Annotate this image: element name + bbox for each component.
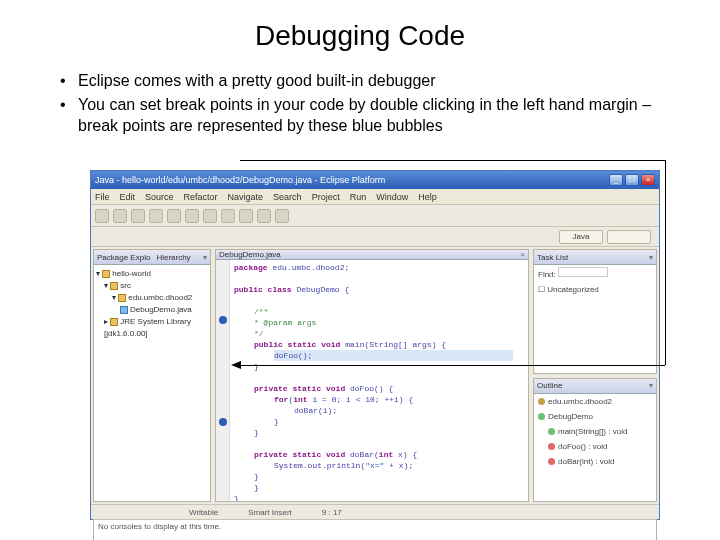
perspective-java[interactable]: Java — [559, 230, 603, 244]
tab-task-list[interactable]: Task List — [537, 253, 568, 262]
menu-run[interactable]: Run — [350, 192, 367, 202]
save-icon[interactable] — [113, 209, 127, 223]
console-body: No consoles to display at this time. — [94, 520, 656, 533]
menu-search[interactable]: Search — [273, 192, 302, 202]
close-button[interactable]: × — [641, 174, 655, 186]
bullet-list: Eclipse comes with a pretty good built-i… — [60, 70, 680, 137]
menu-edit[interactable]: Edit — [120, 192, 136, 202]
src-folder-icon — [110, 282, 118, 290]
breakpoint-icon[interactable] — [219, 418, 227, 426]
package-icon — [118, 294, 126, 302]
project-icon — [102, 270, 110, 278]
minimize-button[interactable]: _ — [609, 174, 623, 186]
open-type-icon[interactable] — [221, 209, 235, 223]
tab-package-explorer[interactable]: Package Explo — [97, 253, 150, 262]
maximize-button[interactable]: □ — [625, 174, 639, 186]
code-editor[interactable]: package package edu.umbc.dhood2;edu.umbc… — [216, 260, 528, 502]
method-icon — [548, 443, 555, 450]
toolbar — [91, 205, 659, 227]
new-class-icon[interactable] — [185, 209, 199, 223]
class-icon — [538, 413, 545, 420]
editor-gutter[interactable] — [216, 260, 230, 502]
slide-title: Debugging Code — [40, 20, 680, 52]
window-title: Java - hello-world/edu/umbc/dhood2/Debug… — [95, 175, 385, 185]
menu-help[interactable]: Help — [418, 192, 437, 202]
callout-arrow — [665, 160, 666, 365]
project-tree[interactable]: ▾ hello-world ▾ src ▾ edu.umbc.dhood2 De… — [94, 265, 210, 343]
back-icon[interactable] — [257, 209, 271, 223]
eclipse-screenshot: Java - hello-world/edu/umbc/dhood2/Debug… — [90, 170, 660, 520]
jre-icon — [110, 318, 118, 326]
pane-menu-icon[interactable]: ▾ — [649, 381, 653, 390]
method-icon — [548, 458, 555, 465]
debug-icon[interactable] — [149, 209, 163, 223]
forward-icon[interactable] — [275, 209, 289, 223]
menu-source[interactable]: Source — [145, 192, 174, 202]
new-icon[interactable] — [95, 209, 109, 223]
editor-close-icon[interactable]: × — [520, 250, 525, 259]
run-icon[interactable] — [167, 209, 181, 223]
package-icon — [538, 398, 545, 405]
tab-outline[interactable]: Outline — [537, 381, 562, 390]
status-writable: Writable — [189, 508, 218, 517]
breakpoint-icon[interactable] — [219, 316, 227, 324]
new-package-icon[interactable] — [203, 209, 217, 223]
editor-tab[interactable]: DebugDemo.java — [219, 250, 281, 259]
method-icon — [548, 428, 555, 435]
java-file-icon — [120, 306, 128, 314]
status-position: 9 : 17 — [322, 508, 342, 517]
titlebar: Java - hello-world/edu/umbc/dhood2/Debug… — [91, 171, 659, 189]
pane-menu-icon[interactable]: ▾ — [203, 253, 207, 262]
search-icon[interactable] — [239, 209, 253, 223]
menu-refactor[interactable]: Refactor — [184, 192, 218, 202]
menu-bar: File Edit Source Refactor Navigate Searc… — [91, 189, 659, 205]
outline-pane: Outline▾ edu.umbc.dhood2 DebugDemo main(… — [533, 378, 657, 503]
pane-menu-icon[interactable]: ▾ — [649, 253, 653, 262]
find-input[interactable] — [558, 267, 608, 277]
perspective-open[interactable] — [607, 230, 651, 244]
print-icon[interactable] — [131, 209, 145, 223]
menu-project[interactable]: Project — [312, 192, 340, 202]
package-explorer-pane: Package Explo Hierarchy ▾ ▾ hello-world … — [93, 249, 211, 502]
editor-pane: DebugDemo.java × package package edu.umb… — [215, 249, 529, 502]
perspective-bar: Java — [91, 227, 659, 247]
menu-window[interactable]: Window — [376, 192, 408, 202]
menu-file[interactable]: File — [95, 192, 110, 202]
status-bar: Writable Smart Insert 9 : 17 — [91, 504, 659, 519]
status-insert: Smart Insert — [248, 508, 292, 517]
task-list-pane: Task List▾ Find: ☐ Uncategorized — [533, 249, 657, 374]
bullet-1: Eclipse comes with a pretty good built-i… — [60, 70, 680, 92]
bullet-2: You can set break points in your code by… — [60, 94, 680, 137]
menu-navigate[interactable]: Navigate — [228, 192, 264, 202]
tab-hierarchy[interactable]: Hierarchy — [156, 253, 190, 262]
callout-arrow — [240, 160, 665, 161]
